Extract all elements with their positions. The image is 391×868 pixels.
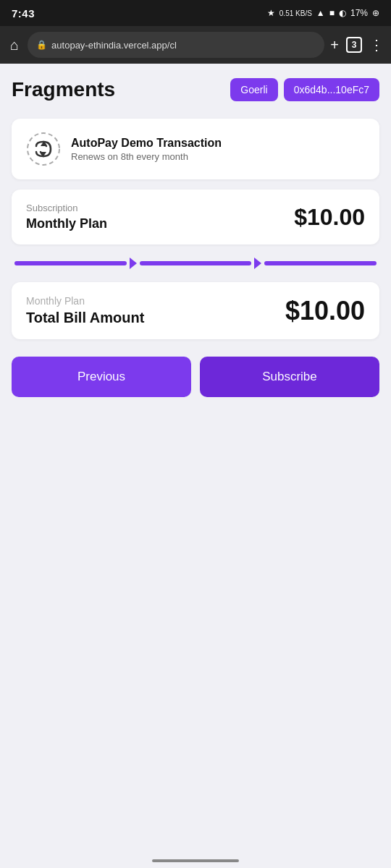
home-indicator [152, 859, 239, 862]
transaction-subtitle: Renews on 8th every month [71, 151, 222, 162]
more-options-button[interactable]: ⋮ [369, 36, 384, 54]
network-icon: ■ [329, 8, 335, 18]
url-text: autopay-ethindia.vercel.app/cl [51, 40, 316, 51]
bill-amount: $10.00 [285, 296, 365, 326]
transaction-title: AutoPay Demo Transaction [71, 137, 222, 150]
previous-button[interactable]: Previous [12, 357, 191, 397]
transaction-card: AutoPay Demo Transaction Renews on 8th e… [12, 119, 379, 179]
status-bar: 7:43 ★ 0.51 KB/S ▲ ■ ◐ 17% ⊕ [0, 0, 391, 26]
bill-info: Monthly Plan Total Bill Amount [26, 295, 144, 326]
step-3 [264, 261, 377, 265]
status-icons: ★ 0.51 KB/S ▲ ■ ◐ 17% ⊕ [267, 8, 379, 18]
wifi-icon: ▲ [316, 8, 325, 18]
signal-icon: ◐ [339, 8, 346, 18]
autopay-icon [26, 132, 61, 166]
svg-point-0 [28, 133, 59, 165]
network-button[interactable]: Goerli [230, 78, 277, 101]
bill-card: Monthly Plan Total Bill Amount $10.00 [12, 282, 379, 339]
subscription-price: $10.00 [294, 204, 365, 231]
page-title: Fragments [12, 78, 115, 101]
page-header: Fragments Goerli 0x6d4b...10eFc7 [12, 78, 379, 101]
browser-actions: + 3 ⋮ [330, 36, 384, 54]
bluetooth-icon: ★ [267, 8, 275, 18]
battery-icon: ⊕ [372, 8, 379, 18]
progress-steps [12, 258, 379, 269]
step-1 [14, 261, 127, 265]
tab-count[interactable]: 3 [346, 37, 362, 53]
bill-label: Monthly Plan [26, 295, 144, 307]
wallet-button[interactable]: 0x6d4b...10eFc7 [284, 78, 379, 101]
bill-title: Total Bill Amount [26, 310, 144, 326]
step-2 [140, 261, 252, 265]
url-bar[interactable]: 🔒 autopay-ethindia.vercel.app/cl [28, 32, 324, 58]
main-content: Fragments Goerli 0x6d4b...10eFc7 AutoPay… [0, 64, 391, 412]
lock-icon: 🔒 [36, 40, 47, 50]
subscription-info: Subscription Monthly Plan [26, 203, 107, 231]
status-time: 7:43 [12, 7, 35, 20]
data-speed: 0.51 KB/S [279, 9, 312, 17]
battery-level: 17% [350, 8, 368, 18]
subscription-card: Subscription Monthly Plan $10.00 [12, 190, 379, 244]
action-buttons: Previous Subscribe [12, 357, 379, 397]
browser-bar: ⌂ 🔒 autopay-ethindia.vercel.app/cl + 3 ⋮ [0, 26, 391, 64]
subscribe-button[interactable]: Subscribe [200, 357, 379, 397]
subscription-plan: Monthly Plan [26, 216, 107, 231]
step-divider-1 [130, 258, 137, 269]
transaction-info: AutoPay Demo Transaction Renews on 8th e… [71, 137, 222, 162]
step-divider-2 [254, 258, 261, 269]
new-tab-button[interactable]: + [330, 37, 339, 54]
home-button[interactable]: ⌂ [7, 34, 22, 56]
header-buttons: Goerli 0x6d4b...10eFc7 [230, 78, 379, 101]
subscription-label: Subscription [26, 203, 107, 213]
